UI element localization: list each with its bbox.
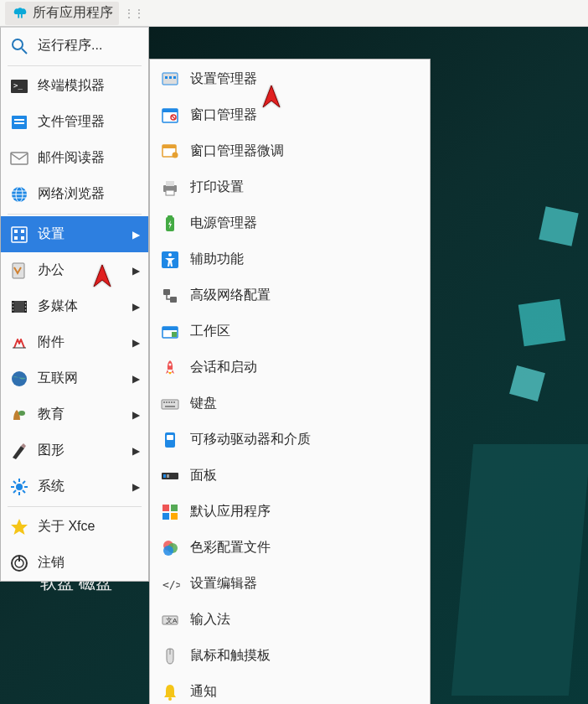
svg-rect-6 [14, 122, 24, 124]
menu-item-graphics[interactable]: 图形 ▶ [1, 432, 148, 468]
submenu-item-print-settings[interactable]: 打印设置 [150, 169, 430, 205]
applications-menu-label: 所有应用程序 [33, 4, 113, 22]
printer-icon [160, 178, 180, 198]
submenu-item-power-manager[interactable]: 电源管理器 [150, 205, 430, 241]
taskbar-panel: 所有应用程序 ⋮⋮ [0, 0, 588, 27]
svg-point-22 [13, 303, 14, 304]
svg-point-24 [13, 309, 14, 311]
accessories-icon [9, 333, 29, 353]
search-icon [9, 36, 29, 56]
bell-icon [160, 682, 180, 702]
menu-item-terminal[interactable]: >_ 终端模拟器 [1, 68, 148, 104]
mouse-icon [160, 646, 180, 666]
globe-icon [9, 184, 29, 204]
svg-line-36 [13, 481, 16, 484]
rocket-icon [160, 358, 180, 378]
svg-rect-81 [162, 513, 169, 520]
menu-item-label: 文件管理器 [38, 113, 140, 131]
svg-line-39 [23, 481, 25, 484]
submenu-item-removable-media[interactable]: 可移动驱动器和介质 [150, 422, 430, 458]
svg-rect-79 [162, 505, 169, 511]
submenu-item-label: 设置管理器 [190, 70, 257, 88]
mail-icon [9, 148, 29, 168]
submenu-item-settings-editor[interactable]: </> 设置编辑器 [150, 566, 430, 602]
submenu-item-label: 窗口管理器微调 [190, 142, 284, 160]
svg-rect-15 [21, 230, 24, 233]
svg-point-0 [13, 39, 23, 49]
svg-line-38 [13, 490, 16, 493]
menu-item-multimedia[interactable]: 多媒体 ▶ [1, 288, 148, 324]
svg-point-31 [16, 484, 23, 490]
menu-separator [8, 214, 142, 215]
submenu-item-label: 键盘 [190, 395, 217, 412]
submenu-item-settings-manager[interactable]: 设置管理器 [150, 61, 430, 97]
svg-rect-48 [162, 109, 178, 112]
svg-rect-55 [166, 181, 174, 186]
submenu-item-input-method[interactable]: 文A 输入法 [150, 602, 430, 638]
svg-point-23 [13, 306, 14, 308]
svg-rect-14 [14, 230, 18, 233]
svg-point-26 [25, 306, 27, 308]
menu-item-system[interactable]: 系统 ▶ [1, 468, 148, 505]
settings-submenu: 设置管理器 窗口管理器 窗口管理器微调 打印设置 电源管理器 辅助功能 高级 [149, 59, 431, 704]
svg-rect-70 [168, 401, 170, 403]
svg-rect-80 [171, 505, 178, 511]
applications-menu-button[interactable]: 所有应用程序 [5, 2, 119, 25]
submenu-item-workspaces[interactable]: 工作区 [150, 313, 430, 349]
menu-item-education[interactable]: 教育 ▶ [1, 396, 148, 432]
menu-item-label: 终端模拟器 [38, 77, 140, 95]
submenu-item-mouse-touchpad[interactable]: 鼠标和触摸板 [150, 638, 430, 674]
menu-separator [8, 65, 142, 66]
submenu-arrow-icon: ▶ [132, 445, 140, 457]
menu-item-mail-reader[interactable]: 邮件阅读器 [1, 140, 148, 176]
svg-rect-7 [11, 153, 28, 164]
submenu-item-window-manager-tweaks[interactable]: 窗口管理器微调 [150, 133, 430, 169]
submenu-item-keyboard[interactable]: 键盘 [150, 386, 430, 422]
menu-item-accessories[interactable]: 附件 ▶ [1, 324, 148, 360]
submenu-arrow-icon: ▶ [132, 337, 140, 349]
svg-point-85 [163, 546, 173, 556]
menu-item-label: 系统 [38, 478, 124, 495]
submenu-item-label: 色彩配置文件 [190, 539, 271, 556]
submenu-arrow-icon: ▶ [132, 409, 140, 421]
svg-rect-64 [162, 327, 178, 330]
menu-item-label: 关于 Xfce [38, 518, 140, 536]
submenu-item-window-manager[interactable]: 窗口管理器 [150, 97, 430, 133]
svg-rect-69 [166, 401, 168, 403]
submenu-item-session-startup[interactable]: 会话和启动 [150, 349, 430, 386]
menu-item-about-xfce[interactable]: 关于 Xfce [1, 509, 148, 545]
svg-rect-67 [162, 400, 178, 409]
svg-point-30 [18, 411, 25, 416]
menu-item-web-browser[interactable]: 网络浏览器 [1, 176, 148, 212]
submenu-item-label: 鼠标和触摸板 [190, 647, 271, 665]
svg-rect-16 [14, 236, 18, 240]
window-manager-icon [160, 106, 180, 126]
submenu-item-label: 输入法 [190, 611, 230, 629]
svg-rect-71 [171, 401, 173, 403]
menu-item-file-manager[interactable]: 文件管理器 [1, 104, 148, 140]
system-icon [9, 477, 29, 497]
svg-point-27 [25, 309, 27, 311]
submenu-item-accessibility[interactable]: 辅助功能 [150, 241, 430, 277]
submenu-item-color-profiles[interactable]: 色彩配置文件 [150, 530, 430, 566]
submenu-item-panel[interactable]: 面板 [150, 458, 430, 494]
menu-item-internet[interactable]: 互联网 ▶ [1, 360, 148, 396]
submenu-item-label: 电源管理器 [190, 215, 257, 232]
svg-rect-75 [167, 435, 173, 440]
battery-icon [160, 214, 180, 234]
menu-separator [8, 506, 142, 507]
submenu-item-default-applications[interactable]: 默认应用程序 [150, 494, 430, 530]
svg-text:</>: </> [162, 578, 180, 591]
svg-rect-5 [14, 119, 24, 121]
menu-item-logout[interactable]: 注销 [1, 545, 148, 581]
menu-item-office[interactable]: 办公 ▶ [1, 252, 148, 288]
menu-item-label: 注销 [38, 554, 140, 572]
submenu-item-advanced-network[interactable]: 高级网络配置 [150, 277, 430, 313]
menu-item-label: 附件 [38, 334, 124, 351]
multimedia-icon [9, 297, 29, 317]
submenu-item-notifications[interactable]: 通知 [150, 674, 430, 704]
menu-item-settings[interactable]: 设置 ▶ [1, 216, 148, 252]
removable-media-icon [160, 430, 180, 450]
menu-item-run-program[interactable]: 运行程序... [1, 28, 148, 64]
panel-icon [160, 466, 180, 486]
